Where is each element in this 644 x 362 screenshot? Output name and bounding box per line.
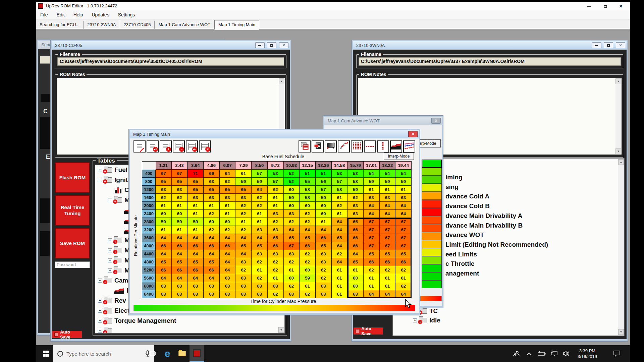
table-cell[interactable]: 59: [284, 194, 300, 202]
table-cell[interactable]: 64: [252, 234, 268, 242]
copy-table-button[interactable]: [299, 140, 311, 153]
table-cell[interactable]: 57: [316, 186, 332, 194]
table-cell[interactable]: 63: [220, 290, 236, 298]
table-cell[interactable]: 62: [316, 266, 332, 274]
minimize-icon[interactable]: [592, 42, 601, 48]
table-cell[interactable]: 64: [332, 226, 348, 234]
table-cell[interactable]: 51: [316, 170, 332, 178]
table-cell[interactable]: 61: [364, 282, 380, 290]
table-cell[interactable]: 66: [172, 242, 188, 250]
table-cell[interactable]: 64: [172, 274, 188, 282]
table-cell[interactable]: 63: [156, 290, 172, 298]
table-cell[interactable]: 63: [172, 282, 188, 290]
cam-color-cell[interactable]: [422, 216, 442, 224]
table-cell[interactable]: 63: [187, 290, 204, 298]
table-cell[interactable]: 58: [300, 194, 316, 202]
table-cell[interactable]: 64: [204, 274, 220, 282]
scroll-up-icon[interactable]: ▲: [279, 78, 284, 84]
table-cell[interactable]: 59: [300, 274, 316, 282]
table-cell[interactable]: 62: [300, 258, 316, 266]
table-cell[interactable]: 64: [380, 210, 396, 218]
table-cell[interactable]: 54: [364, 170, 380, 178]
cam-color-cell[interactable]: [422, 232, 442, 240]
add-value-button[interactable]: +: [160, 140, 172, 153]
table-cell[interactable]: 64: [156, 250, 172, 258]
cd405-auto-save[interactable]: Auto Save: [52, 331, 82, 338]
table-cell[interactable]: 61: [364, 274, 380, 282]
table-cell[interactable]: 59: [395, 178, 412, 186]
table-cell[interactable]: 59: [380, 178, 396, 186]
table-cell[interactable]: 65: [204, 186, 220, 194]
table-cell[interactable]: 63: [172, 186, 188, 194]
table-cell[interactable]: 61: [172, 202, 188, 210]
table-cell[interactable]: 66: [220, 242, 236, 250]
table-cell[interactable]: 63: [316, 250, 332, 258]
table-cell[interactable]: 61: [332, 210, 348, 218]
table-cell[interactable]: 67: [364, 218, 380, 226]
table-cell[interactable]: 62: [300, 218, 316, 226]
table-cell[interactable]: 62: [268, 218, 284, 226]
cam-color-cell[interactable]: [422, 224, 442, 232]
table-cell[interactable]: 64: [204, 234, 220, 242]
table-cell[interactable]: 65: [187, 258, 204, 266]
table-cell[interactable]: 66: [364, 258, 380, 266]
expand-icon[interactable]: +: [98, 329, 102, 333]
table-cell[interactable]: 61: [235, 170, 252, 178]
table-cell[interactable]: 64: [395, 290, 412, 298]
table-cell[interactable]: 62: [172, 194, 188, 202]
table-cell[interactable]: 61: [252, 266, 268, 274]
table-cell[interactable]: 63: [284, 250, 300, 258]
table-cell[interactable]: 64: [172, 250, 188, 258]
table-cell[interactable]: 61: [172, 226, 188, 234]
wn0a-item[interactable]: Limit (Editing Not Recommended): [445, 240, 548, 250]
menu-item-edit[interactable]: Edit: [52, 10, 69, 19]
table-cell[interactable]: 58: [347, 178, 364, 186]
table-cell[interactable]: 67: [395, 226, 412, 234]
table-cell[interactable]: 67: [395, 234, 412, 242]
table-cell[interactable]: 61: [332, 274, 348, 282]
interp-mode-button[interactable]: Interp-Mode: [384, 153, 414, 160]
cam-color-cell[interactable]: [422, 160, 442, 168]
menu-item-updates[interactable]: Updates: [87, 10, 113, 19]
wn0a-item[interactable]: dvance Main Drivability A: [445, 211, 548, 221]
table-cell[interactable]: 62: [268, 186, 284, 194]
table-cell[interactable]: 59: [156, 218, 172, 226]
table-cell[interactable]: 64: [364, 290, 380, 298]
import-table-button[interactable]: [312, 140, 324, 153]
table-cell[interactable]: 66: [380, 258, 396, 266]
dot-row-button[interactable]: [364, 140, 376, 153]
table-cell[interactable]: 65: [395, 250, 412, 258]
subtract-value-button[interactable]: −: [173, 140, 185, 153]
expand-icon[interactable]: +: [108, 268, 112, 273]
table-cell[interactable]: 53: [332, 170, 348, 178]
table-cell[interactable]: 64: [220, 234, 236, 242]
chevron-up-icon[interactable]: [524, 345, 535, 362]
table-cell[interactable]: 65: [156, 178, 172, 186]
table-cell[interactable]: 63: [380, 194, 396, 202]
table-cell[interactable]: 62: [252, 194, 268, 202]
table-cell[interactable]: 61: [364, 186, 380, 194]
table-cell[interactable]: 60: [300, 266, 316, 274]
table-cell[interactable]: 65: [235, 186, 252, 194]
table-cell[interactable]: 61: [268, 274, 284, 282]
table-cell[interactable]: 66: [316, 234, 332, 242]
table-cell[interactable]: 62: [204, 210, 220, 218]
table-cell[interactable]: 63: [284, 210, 300, 218]
table-cell[interactable]: 65: [220, 186, 236, 194]
table-cell[interactable]: 63: [172, 290, 188, 298]
expand-icon[interactable]: +: [98, 168, 102, 172]
wn0a-item[interactable]: dvance Main Drivability B: [445, 221, 548, 231]
table-cell[interactable]: 61: [268, 194, 284, 202]
table-cell[interactable]: 67: [364, 226, 380, 234]
table-cell[interactable]: 63: [235, 274, 252, 282]
table-cell[interactable]: 64: [220, 250, 236, 258]
tab-23710-cd405[interactable]: 23710-CD405: [120, 21, 155, 29]
table-cell[interactable]: 62: [284, 218, 300, 226]
table-cell[interactable]: 65: [268, 234, 284, 242]
expand-icon[interactable]: +: [108, 258, 112, 262]
table-cell[interactable]: 66: [156, 242, 172, 250]
restore-icon[interactable]: [604, 42, 613, 48]
cam-color-cell[interactable]: [422, 184, 442, 192]
table-cell[interactable]: 59: [252, 178, 268, 186]
table-cell[interactable]: 56: [316, 178, 332, 186]
